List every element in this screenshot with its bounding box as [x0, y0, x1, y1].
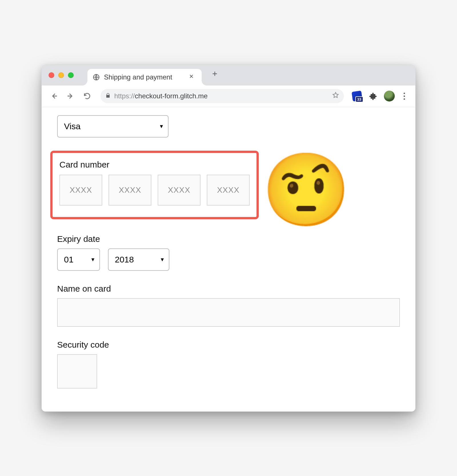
card-number-seg-4[interactable]	[207, 175, 250, 206]
titlebar: Shipping and payment	[42, 65, 415, 85]
globe-icon	[93, 73, 100, 81]
url-protocol: https://	[114, 92, 135, 100]
card-type-value: Visa	[64, 122, 81, 131]
security-label: Security code	[57, 340, 400, 350]
security-code-input[interactable]	[57, 354, 97, 389]
card-number-section: Card number 🤨	[50, 151, 400, 219]
page-content: Visa ▼ Card number 🤨 Expiry da	[42, 107, 415, 411]
address-bar[interactable]: https://checkout-form.glitch.me	[101, 89, 344, 103]
name-input[interactable]	[57, 298, 400, 327]
reload-button[interactable]	[81, 90, 93, 102]
chevron-down-icon: ▼	[90, 256, 95, 262]
back-button[interactable]	[48, 90, 60, 102]
skeptical-emoji-icon: 🤨	[262, 154, 351, 226]
extension-button[interactable]: 33	[351, 90, 363, 102]
card-number-inputs	[59, 175, 250, 206]
card-type-select[interactable]: Visa ▼	[57, 115, 169, 138]
toolbar: https://checkout-form.glitch.me 33	[42, 85, 415, 107]
card-number-seg-1[interactable]	[59, 175, 102, 206]
minimize-window-button[interactable]	[58, 72, 64, 78]
maximize-window-button[interactable]	[68, 72, 74, 78]
tab-title: Shipping and payment	[104, 73, 183, 81]
browser-window: Shipping and payment	[41, 65, 416, 412]
extensions-menu-button[interactable]	[367, 90, 379, 102]
security-field: Security code	[57, 340, 400, 389]
browser-menu-button[interactable]	[399, 93, 409, 100]
expiry-field: Expiry date 01 ▼ 2018 ▼	[57, 234, 400, 271]
lock-icon	[105, 92, 111, 100]
close-window-button[interactable]	[49, 72, 54, 78]
highlight-annotation: Card number 🤨	[50, 151, 259, 219]
browser-tab[interactable]: Shipping and payment	[87, 69, 202, 85]
card-type-field: Visa ▼	[57, 115, 400, 138]
url-host: checkout-form.glitch.me	[135, 92, 208, 100]
expiry-year-value: 2018	[115, 255, 134, 264]
name-label: Name on card	[57, 284, 400, 294]
profile-avatar[interactable]	[384, 91, 395, 101]
expiry-label: Expiry date	[57, 234, 400, 244]
new-tab-button[interactable]	[210, 69, 220, 79]
chevron-down-icon: ▼	[160, 256, 165, 262]
card-number-seg-2[interactable]	[109, 175, 151, 206]
expiry-month-value: 01	[64, 255, 73, 264]
chevron-down-icon: ▼	[159, 123, 164, 129]
expiry-month-select[interactable]: 01 ▼	[57, 248, 100, 271]
card-number-seg-3[interactable]	[158, 175, 201, 206]
url-text: https://checkout-form.glitch.me	[114, 92, 328, 100]
close-tab-button[interactable]	[187, 72, 195, 82]
bookmark-star-icon[interactable]	[332, 91, 339, 101]
expiry-year-select[interactable]: 2018 ▼	[108, 248, 169, 271]
extension-badge-count: 33	[355, 96, 363, 102]
forward-button[interactable]	[65, 90, 77, 102]
window-controls	[49, 72, 74, 78]
card-number-label: Card number	[59, 160, 250, 170]
name-field: Name on card	[57, 284, 400, 327]
